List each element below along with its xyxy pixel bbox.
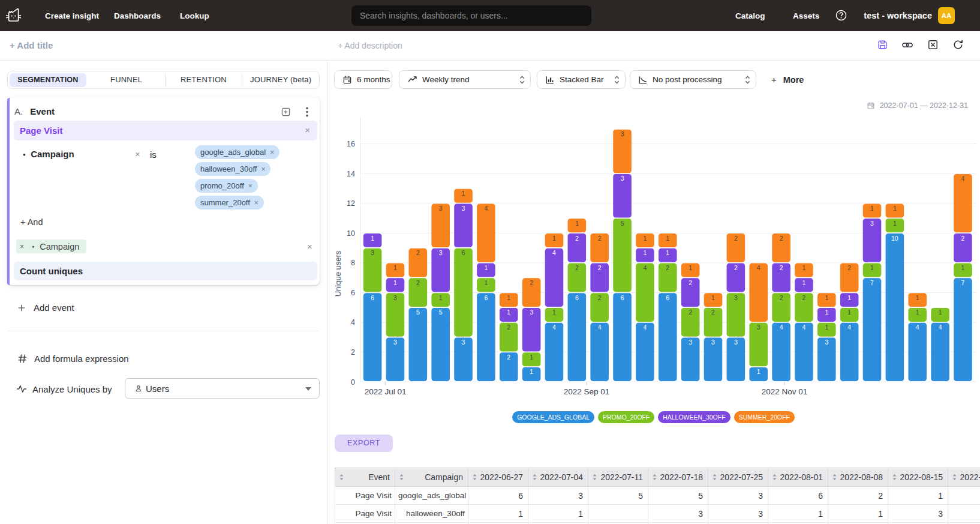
- svg-text:4: 4: [780, 324, 783, 331]
- svg-text:2: 2: [598, 235, 602, 242]
- svg-text:16: 16: [347, 140, 355, 148]
- svg-text:1: 1: [666, 249, 669, 256]
- svg-text:2: 2: [780, 264, 783, 271]
- svg-text:1: 1: [552, 235, 556, 242]
- svg-text:2: 2: [847, 264, 851, 271]
- svg-text:6: 6: [484, 294, 488, 301]
- svg-text:1: 1: [643, 235, 647, 242]
- svg-text:1: 1: [371, 235, 374, 242]
- svg-text:1: 1: [893, 220, 897, 227]
- svg-text:1: 1: [393, 279, 397, 286]
- svg-text:3: 3: [393, 294, 397, 301]
- svg-text:3: 3: [439, 249, 443, 256]
- svg-text:8: 8: [351, 259, 355, 267]
- svg-text:2: 2: [689, 309, 692, 316]
- svg-text:1: 1: [666, 235, 669, 242]
- svg-text:2: 2: [734, 264, 738, 271]
- svg-text:3: 3: [825, 339, 828, 346]
- svg-text:1: 1: [552, 309, 556, 316]
- svg-text:2: 2: [416, 249, 420, 256]
- svg-text:4: 4: [939, 324, 942, 331]
- svg-text:3: 3: [439, 205, 443, 212]
- svg-text:1: 1: [507, 309, 510, 316]
- svg-text:4: 4: [802, 324, 806, 331]
- svg-text:2: 2: [711, 309, 715, 316]
- svg-text:1: 1: [916, 294, 919, 301]
- svg-text:6: 6: [621, 294, 624, 301]
- svg-text:1: 1: [711, 294, 715, 301]
- svg-text:3: 3: [371, 249, 374, 256]
- svg-text:2022 Jul 01: 2022 Jul 01: [365, 387, 407, 396]
- svg-text:4: 4: [643, 324, 647, 331]
- svg-text:1: 1: [870, 264, 874, 271]
- svg-text:6: 6: [351, 289, 355, 297]
- svg-text:1: 1: [462, 190, 465, 197]
- svg-text:1: 1: [757, 368, 760, 375]
- svg-text:2: 2: [507, 324, 510, 331]
- svg-text:3: 3: [711, 339, 715, 346]
- svg-text:1: 1: [530, 368, 533, 375]
- svg-text:1: 1: [802, 264, 806, 271]
- svg-text:1: 1: [916, 309, 919, 316]
- svg-text:7: 7: [961, 279, 965, 286]
- svg-text:12: 12: [347, 199, 355, 208]
- svg-text:2: 2: [416, 279, 420, 286]
- svg-text:1: 1: [961, 264, 965, 271]
- svg-text:1: 1: [802, 279, 806, 286]
- svg-text:2: 2: [666, 264, 669, 271]
- svg-text:1: 1: [893, 205, 897, 212]
- svg-text:3: 3: [530, 309, 533, 316]
- svg-text:2: 2: [598, 264, 602, 271]
- svg-text:3: 3: [621, 130, 624, 137]
- svg-text:1: 1: [530, 354, 533, 361]
- svg-text:7: 7: [870, 279, 874, 286]
- svg-text:2: 2: [530, 279, 533, 286]
- svg-text:14: 14: [347, 170, 355, 178]
- svg-text:3: 3: [393, 339, 397, 346]
- svg-text:2: 2: [575, 235, 579, 242]
- svg-text:1: 1: [575, 220, 579, 227]
- svg-text:2: 2: [351, 348, 355, 357]
- svg-text:3: 3: [757, 324, 760, 331]
- svg-text:4: 4: [351, 318, 355, 327]
- svg-text:4: 4: [916, 324, 919, 331]
- svg-text:1: 1: [825, 294, 828, 301]
- svg-text:3: 3: [734, 339, 738, 346]
- svg-text:3: 3: [734, 294, 738, 301]
- svg-text:2: 2: [507, 354, 510, 361]
- svg-text:2: 2: [598, 294, 602, 301]
- svg-text:3: 3: [462, 205, 465, 212]
- svg-text:10: 10: [891, 235, 898, 242]
- svg-text:4: 4: [757, 264, 760, 271]
- svg-text:3: 3: [621, 175, 624, 182]
- svg-text:1: 1: [484, 279, 488, 286]
- svg-text:5: 5: [621, 220, 624, 227]
- svg-text:4: 4: [961, 175, 965, 182]
- svg-text:3: 3: [689, 339, 692, 346]
- svg-text:5: 5: [416, 309, 420, 316]
- svg-text:3: 3: [462, 339, 465, 346]
- svg-text:2: 2: [689, 279, 692, 286]
- svg-text:1: 1: [847, 309, 851, 316]
- svg-text:1: 1: [825, 324, 828, 331]
- svg-text:1: 1: [847, 294, 851, 301]
- svg-text:1: 1: [870, 205, 874, 212]
- svg-text:1: 1: [484, 264, 488, 271]
- svg-text:2022 Nov 01: 2022 Nov 01: [762, 387, 808, 396]
- svg-text:4: 4: [552, 249, 556, 256]
- svg-text:6: 6: [371, 294, 374, 301]
- svg-text:10: 10: [347, 229, 355, 238]
- svg-text:1: 1: [393, 264, 397, 271]
- svg-text:4: 4: [598, 324, 602, 331]
- svg-text:2022 Sep 01: 2022 Sep 01: [564, 387, 610, 396]
- svg-text:1: 1: [643, 249, 647, 256]
- svg-text:2: 2: [802, 294, 806, 301]
- svg-text:2: 2: [780, 294, 783, 301]
- svg-text:3: 3: [870, 220, 874, 227]
- svg-text:1: 1: [507, 294, 510, 301]
- svg-text:4: 4: [484, 205, 488, 212]
- svg-text:1: 1: [689, 264, 692, 271]
- svg-text:Unique users: Unique users: [333, 250, 342, 297]
- svg-text:2: 2: [734, 235, 738, 242]
- svg-text:1: 1: [439, 294, 443, 301]
